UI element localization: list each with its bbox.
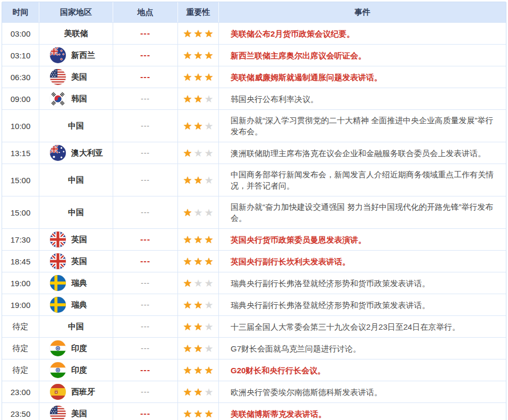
country-name: 瑞典 <box>71 300 87 310</box>
event-cell: 国新办就“奋力加快建设交通强国 努力当好中国现代化的开路先锋”举行发布会。 <box>218 196 506 228</box>
event-cell: 英国央行副行长坎利夫发表讲话。 <box>218 251 506 272</box>
country-cell: 新西兰 <box>39 45 113 66</box>
importance-stars: ★★★ <box>177 110 218 142</box>
time-cell: 15:00 <box>2 164 39 196</box>
column-header-importance: 重要性 <box>177 2 218 22</box>
star-icon: ★ <box>205 121 214 131</box>
time-cell: 13:15 <box>2 142 39 164</box>
country-cell: 美联储 <box>39 23 113 44</box>
star-icon: ★ <box>205 94 214 104</box>
table-row[interactable]: 待定 印度 --- ★★★ G7财长会面就乌克兰问题进行讨论。 <box>2 337 506 359</box>
star-icon: ★ <box>205 409 214 419</box>
table-row[interactable]: 待定 中国 --- ★★★ 十三届全国人大常委会第三十九次会议2月23日至24日… <box>2 315 506 337</box>
event-text: 新西兰联储主席奥尔出席议会听证会。 <box>231 50 366 61</box>
country-cell: 英国 <box>39 229 113 250</box>
star-icon: ★ <box>183 278 192 288</box>
country-name: 瑞典 <box>71 278 87 288</box>
star-icon: ★ <box>193 365 202 375</box>
table-row[interactable]: 10:00 中国 --- ★★★ 国新办就“深入学习贯彻党的二十大精神 全面推进… <box>2 109 506 142</box>
location-cell: --- <box>113 142 177 164</box>
event-cell: 十三届全国人大常委会第三十九次会议2月23日至24日在京举行。 <box>218 316 506 337</box>
table-row[interactable]: 13:15 澳大利亚 --- ★★★ 澳洲联储助理主席布洛克在议会企业和金融服务… <box>2 142 506 164</box>
location-cell: --- <box>113 381 177 402</box>
table-row[interactable]: 17:30 英国 --- ★★★ 英国央行货币政策委员曼恩发表演讲。 <box>2 228 506 250</box>
table-row[interactable]: 23:00 西班牙 --- ★★★ 欧洲央行管委埃尔南德斯德科斯发表讲话。 <box>2 381 506 402</box>
country-cell: 澳大利亚 <box>39 142 113 164</box>
time-cell: 03:00 <box>2 23 39 44</box>
event-text: 瑞典央行副行长弗洛登就经济形势和货币政策发表讲话。 <box>231 299 430 311</box>
event-cell: 美联储公布2月货币政策会议纪要。 <box>218 23 506 44</box>
location-cell: --- <box>113 23 177 44</box>
country-cell: 印度 <box>39 359 113 381</box>
table-row[interactable]: 03:00 美联储 --- ★★★ 美联储公布2月货币政策会议纪要。 <box>2 22 506 44</box>
event-text: 美联储博斯蒂克发表讲话。 <box>231 408 326 419</box>
flag-au-icon <box>50 145 66 161</box>
flag-nz-icon <box>50 47 66 63</box>
table-row[interactable]: 15:00 中国 --- ★★★ 中国商务部举行新闻发布会，新闻发言人介绍近期商… <box>2 164 506 196</box>
location-cell: --- <box>113 359 177 381</box>
flag-in-icon <box>50 340 66 356</box>
star-icon: ★ <box>193 387 202 397</box>
importance-stars: ★★★ <box>177 272 218 294</box>
star-icon: ★ <box>193 175 202 185</box>
table-header: 时间 国家地区 地点 重要性 事件 <box>2 2 506 22</box>
flag-se-icon <box>50 275 66 291</box>
importance-stars: ★★★ <box>177 294 218 315</box>
table-row[interactable]: 15:00 中国 --- ★★★ 国新办就“奋力加快建设交通强国 努力当好中国现… <box>2 196 506 228</box>
table-row[interactable]: 03:10 新西兰 --- ★★★ 新西兰联储主席奥尔出席议会听证会。 <box>2 44 506 66</box>
location-cell: --- <box>113 164 177 196</box>
star-icon: ★ <box>205 256 214 267</box>
column-header-event: 事件 <box>218 2 506 22</box>
table-row[interactable]: 09:00 韩国 --- ★★★ 韩国央行公布利率决议。 <box>2 88 506 109</box>
event-cell: 欧洲央行管委埃尔南德斯德科斯发表讲话。 <box>218 381 506 402</box>
country-cell: 西班牙 <box>39 381 113 402</box>
country-name: 中国 <box>68 208 84 218</box>
star-icon: ★ <box>205 208 214 218</box>
star-icon: ★ <box>183 208 192 218</box>
star-icon: ★ <box>205 175 214 185</box>
star-icon: ★ <box>193 94 202 104</box>
event-cell: 韩国央行公布利率决议。 <box>218 88 506 109</box>
event-cell: 英国央行货币政策委员曼恩发表演讲。 <box>218 229 506 250</box>
importance-stars: ★★★ <box>177 316 218 337</box>
event-text: 国新办就“奋力加快建设交通强国 努力当好中国现代化的开路先锋”举行发布会。 <box>231 201 497 224</box>
location-cell: --- <box>113 110 177 142</box>
star-icon: ★ <box>205 278 214 288</box>
table-row[interactable]: 19:00 瑞典 --- ★★★ 瑞典央行副行长弗洛登就经济形势和货币政策发表讲… <box>2 294 506 315</box>
table-row[interactable]: 19:00 瑞典 --- ★★★ 瑞典央行副行长弗洛登就经济形势和货币政策发表讲… <box>2 272 506 294</box>
location-cell: --- <box>113 251 177 272</box>
event-cell: G7财长会面就乌克兰问题进行讨论。 <box>218 338 506 359</box>
country-name: 澳大利亚 <box>71 148 103 158</box>
importance-stars: ★★★ <box>177 88 218 109</box>
event-text: 瑞典央行副行长弗洛登就经济形势和货币政策发表讲话。 <box>231 278 430 289</box>
location-cell: --- <box>113 316 177 337</box>
star-icon: ★ <box>205 322 214 332</box>
location-cell: --- <box>113 294 177 315</box>
event-cell: 瑞典央行副行长弗洛登就经济形势和货币政策发表讲话。 <box>218 272 506 294</box>
star-icon: ★ <box>193 300 202 310</box>
star-icon: ★ <box>205 72 214 82</box>
flag-es-icon <box>50 384 66 400</box>
star-icon: ★ <box>183 365 192 375</box>
column-header-location: 地点 <box>113 2 177 22</box>
importance-stars: ★★★ <box>177 23 218 44</box>
event-text: 美联储威廉姆斯就遏制通胀问题发表讲话。 <box>231 72 382 83</box>
star-icon: ★ <box>183 148 192 158</box>
importance-stars: ★★★ <box>177 403 218 420</box>
table-row[interactable]: 待定 印度 --- ★★★ G20财长和央行行长会议。 <box>2 359 506 381</box>
star-icon: ★ <box>193 409 202 419</box>
event-cell: G20财长和央行行长会议。 <box>218 359 506 381</box>
event-text: 英国央行副行长坎利夫发表讲话。 <box>231 256 350 267</box>
location-cell: --- <box>113 66 177 88</box>
time-cell: 待定 <box>2 338 39 359</box>
flag-gb-icon <box>50 232 66 247</box>
star-icon: ★ <box>183 175 192 185</box>
flag-in-icon <box>50 362 66 378</box>
importance-stars: ★★★ <box>177 45 218 66</box>
star-icon: ★ <box>205 148 214 158</box>
flag-us-icon <box>50 406 66 420</box>
table-row[interactable]: 06:30 美国 --- ★★★ 美联储威廉姆斯就遏制通胀问题发表讲话。 <box>2 66 506 88</box>
table-row[interactable]: 23:50 美国 --- ★★★ 美联储博斯蒂克发表讲话。 <box>2 402 506 420</box>
table-row[interactable]: 18:45 英国 --- ★★★ 英国央行副行长坎利夫发表讲话。 <box>2 250 506 272</box>
country-name: 印度 <box>71 365 87 375</box>
